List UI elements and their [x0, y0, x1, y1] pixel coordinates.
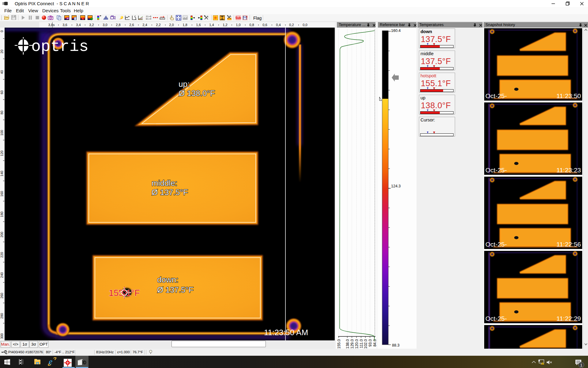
svg-text:160.4: 160.4: [391, 29, 401, 33]
svg-text:91•0: 91•0: [146, 18, 152, 20]
svg-text:124.3: 124.3: [391, 184, 401, 188]
svg-text:Oct-25-: Oct-25-: [485, 241, 507, 248]
svg-text:180: 180: [0, 212, 4, 217]
svg-text:Sub: Sub: [236, 16, 241, 20]
svg-text:102.0: 102.0: [364, 339, 368, 349]
svg-text:optris: optris: [31, 38, 89, 56]
svg-text:0,6: 0,6: [262, 23, 267, 27]
svg-text:80: 80: [0, 111, 4, 114]
svg-text:11:22:29: 11:22:29: [556, 315, 581, 322]
svg-text:220: 220: [0, 252, 4, 258]
svg-text:1,6: 1,6: [196, 23, 201, 27]
svg-text:2,2: 2,2: [156, 23, 160, 27]
svg-text:280: 280: [0, 313, 4, 319]
svg-text:100: 100: [0, 130, 4, 136]
svg-text:0,4: 0,4: [276, 23, 281, 27]
svg-text:e: e: [49, 357, 52, 366]
svg-text:1,8: 1,8: [183, 23, 187, 27]
svg-text:middle:: middle:: [152, 178, 177, 188]
svg-text:11:23:50: 11:23:50: [556, 92, 581, 99]
svg-text:down:: down:: [157, 275, 178, 284]
svg-text:93.0: 93.0: [368, 339, 372, 347]
svg-text:!: !: [542, 362, 543, 365]
svg-text:Ø 137.5°F: Ø 137.5°F: [152, 188, 188, 197]
svg-text:1,0: 1,0: [236, 23, 240, 27]
svg-text:11:23:50 AM: 11:23:50 AM: [264, 328, 308, 337]
svg-text:3,6: 3,6: [62, 23, 67, 27]
svg-text:140: 140: [0, 171, 4, 176]
svg-text:155.0: 155.0: [337, 339, 341, 349]
svg-text:260: 260: [0, 293, 4, 298]
svg-text:120: 120: [0, 151, 4, 156]
svg-text:0,8: 0,8: [249, 23, 254, 27]
svg-text:21•8: 21•8: [146, 15, 151, 18]
svg-text:2,4: 2,4: [142, 23, 147, 27]
svg-text:11:23:23: 11:23:23: [556, 167, 581, 174]
svg-text:1: 1: [580, 363, 582, 367]
svg-text:2,0: 2,0: [169, 23, 174, 27]
svg-text:120.0: 120.0: [355, 339, 359, 349]
svg-text:Oct-25-: Oct-25-: [485, 167, 507, 174]
svg-text:Oct-25-: Oct-25-: [485, 315, 507, 322]
svg-text:0: 0: [0, 30, 4, 32]
svg-text:129.0: 129.0: [350, 339, 354, 349]
svg-text:2,6: 2,6: [129, 23, 134, 27]
svg-text:138.0: 138.0: [345, 339, 350, 349]
svg-text:40: 40: [0, 70, 4, 74]
svg-text:3,2: 3,2: [89, 23, 94, 27]
svg-text:0,2: 0,2: [289, 23, 294, 27]
svg-text:300: 300: [0, 333, 4, 339]
svg-text:3,8s: 3,8s: [48, 23, 55, 27]
svg-text:240: 240: [0, 272, 4, 278]
svg-text:3,0: 3,0: [103, 23, 107, 27]
svg-text:1,2: 1,2: [223, 23, 227, 27]
svg-text:Ø 137.5°F: Ø 137.5°F: [157, 285, 194, 294]
svg-text:1,4: 1,4: [209, 23, 214, 27]
svg-text:88.3: 88.3: [392, 343, 399, 347]
svg-text:160: 160: [0, 191, 4, 197]
svg-text:0,0: 0,0: [303, 23, 307, 27]
svg-text:3,4: 3,4: [76, 23, 81, 27]
svg-text:111.0: 111.0: [359, 339, 364, 348]
svg-text:20: 20: [0, 50, 4, 53]
svg-text:60: 60: [0, 90, 4, 94]
svg-text:2,8: 2,8: [116, 23, 120, 27]
svg-text:Oct-25-: Oct-25-: [485, 92, 507, 99]
svg-text:up:: up:: [179, 79, 190, 89]
svg-text:Ø 138.0°F: Ø 138.0°F: [179, 89, 215, 98]
svg-text:11:22:56: 11:22:56: [556, 241, 581, 248]
svg-text:200: 200: [0, 232, 4, 237]
